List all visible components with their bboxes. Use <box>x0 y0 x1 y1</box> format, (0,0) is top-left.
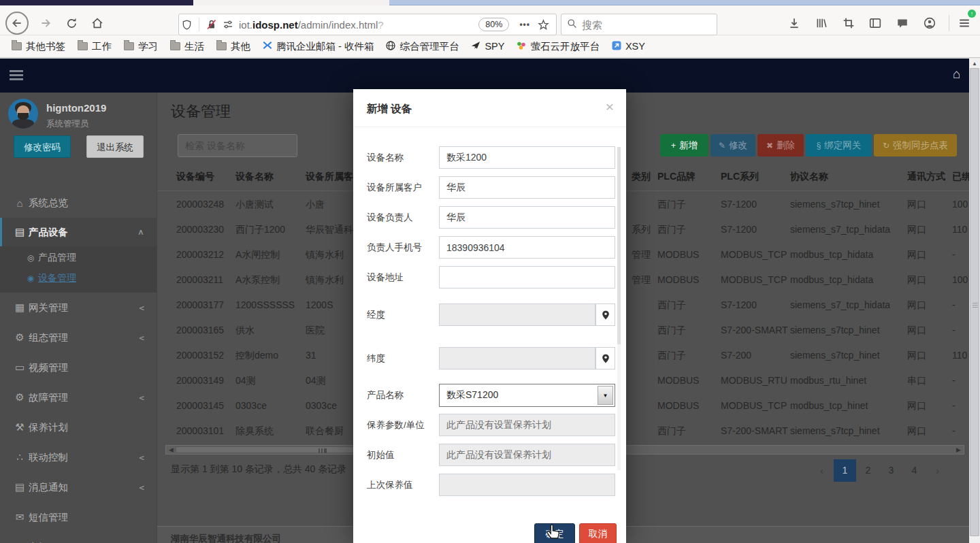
sidebar-item-空间管理[interactable]: ▦空间管理 <box>0 532 157 543</box>
cancel-button[interactable]: 取消 <box>579 523 617 543</box>
change-password-button[interactable]: 修改密码 <box>14 135 71 158</box>
删除-button[interactable]: ✖删除 <box>757 134 804 157</box>
初始值-field[interactable] <box>439 444 615 466</box>
bookmark-star-icon[interactable] <box>535 19 552 31</box>
bookmark-label: 其他书签 <box>26 40 65 53</box>
downloads-icon[interactable] <box>784 13 804 33</box>
column-header[interactable]: 协议名称 <box>790 171 904 183</box>
sidebar-item-保养计划[interactable]: ⚒保养计划 <box>0 412 157 442</box>
pagination-next[interactable]: › <box>926 459 949 482</box>
map-pin-button[interactable] <box>595 303 615 326</box>
bookmark-item[interactable]: SPY <box>466 38 509 54</box>
column-header[interactable]: 设备编号 <box>176 171 234 183</box>
sidebar-subitem-设备管理[interactable]: ◉设备管理 <box>0 268 157 289</box>
设备负责人-field[interactable] <box>439 206 615 229</box>
table-cell: MODBUS <box>657 274 717 285</box>
sidebar-item-短信管理[interactable]: ✉短信管理 <box>0 502 157 532</box>
logout-button[interactable]: 退出系统 <box>86 135 144 158</box>
table-cell: MODBUS_RTU <box>721 375 789 386</box>
url-bar[interactable]: iot.idosp.net/admin/index.html? 80% ••• <box>178 14 557 35</box>
map-pin-button[interactable] <box>595 347 615 369</box>
zoom-level-badge[interactable]: 80% <box>478 18 509 31</box>
设备名称-field[interactable] <box>439 146 615 169</box>
vertical-scrollbar-thumb[interactable] <box>970 68 979 536</box>
sidebar-item-组态管理[interactable]: ⚙组态管理< <box>0 323 157 352</box>
sidebar-item-产品设备[interactable]: ▤产品设备< <box>0 218 157 246</box>
column-header[interactable]: PLC系列 <box>721 171 789 183</box>
负责人手机号-field[interactable] <box>439 236 615 259</box>
pagination-page-4[interactable]: 4 <box>903 459 926 482</box>
经度-field[interactable] <box>439 303 595 326</box>
column-header[interactable]: 通讯方式 <box>907 171 949 183</box>
bookmark-item[interactable]: 工作 <box>73 37 116 56</box>
navbar-home-icon[interactable]: ⌂ <box>953 67 960 82</box>
设备地址-field[interactable] <box>439 266 615 289</box>
sidebar-item-消息通知[interactable]: ▤消息通知< <box>0 472 157 502</box>
sidebar-item-联动控制[interactable]: ∴联动控制< <box>0 442 157 472</box>
bookmark-item[interactable]: 学习 <box>119 37 163 56</box>
url-text[interactable]: iot.idosp.net/admin/index.html? <box>239 19 478 31</box>
bookmark-item[interactable]: 综合管理平台 <box>381 37 463 56</box>
back-button[interactable] <box>5 12 29 35</box>
bookmark-label: 萤石云开放平台 <box>530 40 600 53</box>
sidebar-subitem-产品管理[interactable]: ◎产品管理 <box>0 248 157 268</box>
dropdown-arrow-icon[interactable]: ▼ <box>598 386 613 405</box>
bookmark-item[interactable]: XSY <box>607 38 650 55</box>
bookmark-item[interactable]: 腾讯企业邮箱 - 收件箱 <box>258 37 378 56</box>
设备所属客户-field[interactable] <box>439 176 615 199</box>
field-label: 纬度 <box>367 347 438 369</box>
column-header[interactable]: 设备名称 <box>235 171 304 183</box>
screenshot-icon[interactable] <box>838 13 859 33</box>
close-icon[interactable]: × <box>606 99 614 115</box>
修改-button[interactable]: ✎修改 <box>710 134 755 157</box>
pagination-page-3[interactable]: 3 <box>880 459 902 482</box>
bookmark-item[interactable]: 其他 <box>212 37 255 56</box>
sidebar-item-label: 消息通知 <box>29 481 68 494</box>
新增-button[interactable]: +新增 <box>660 134 708 157</box>
action-label: 新增 <box>679 139 698 152</box>
library-icon[interactable] <box>811 13 832 33</box>
bookmark-item[interactable]: 生活 <box>165 37 209 56</box>
insecure-lock-icon[interactable] <box>203 19 220 30</box>
产品名称-select[interactable]: 数采S71200▼ <box>439 384 615 407</box>
bookmark-item[interactable]: 其他书签 <box>7 37 70 56</box>
browser-search-box[interactable] <box>561 14 717 35</box>
forward-button[interactable] <box>34 12 57 35</box>
permissions-icon[interactable] <box>220 19 236 30</box>
scroll-up-arrow-icon[interactable]: ▲ <box>969 61 980 67</box>
chevron-down-icon: < <box>137 229 147 235</box>
reload-button[interactable] <box>60 12 83 35</box>
table-cell: 200003212 <box>176 249 234 260</box>
account-icon[interactable] <box>919 13 940 33</box>
bookmark-item[interactable]: 萤石云开放平台 <box>512 37 604 56</box>
table-search-input[interactable] <box>178 134 297 157</box>
sidebar-item-系统总览[interactable]: ⌂系统总览 <box>0 188 157 218</box>
column-header[interactable]: PLC品牌 <box>657 171 717 183</box>
sidebar-item-网关管理[interactable]: ▦网关管理< <box>0 293 157 323</box>
绑定网关-button[interactable]: §绑定网关 <box>806 134 872 157</box>
modal-title: 新增 设备 <box>367 102 412 116</box>
page-actions-dots-icon[interactable]: ••• <box>514 20 535 29</box>
纬度-field[interactable] <box>439 347 595 369</box>
sidebar-collapse-icon[interactable] <box>10 70 23 82</box>
envelope-icon: ✉ <box>11 511 29 523</box>
home-button[interactable] <box>86 12 109 35</box>
sidebar-item-视频管理[interactable]: ▭视频管理 <box>0 352 157 382</box>
sidebar-item-故障管理[interactable]: ⚙故障管理< <box>0 382 157 412</box>
pagination-prev[interactable]: ‹ <box>811 459 833 482</box>
scroll-right-arrow-icon[interactable]: ▶ <box>956 446 961 453</box>
scroll-left-arrow-icon[interactable]: ◀ <box>169 446 174 453</box>
messages-icon[interactable] <box>892 13 913 33</box>
pagination-page-2[interactable]: 2 <box>857 459 879 482</box>
保养参数/单位-field[interactable] <box>439 414 615 436</box>
强制同步点表-button[interactable]: ↻强制同步点表 <box>874 134 957 157</box>
browser-search-input[interactable] <box>582 19 691 31</box>
sidebar-toggle-icon[interactable] <box>865 13 885 33</box>
browser-vertical-scrollbar[interactable]: ▲ <box>969 59 980 543</box>
上次保养值-field[interactable] <box>439 474 615 496</box>
sidebar-item-label: 产品设备 <box>29 226 68 239</box>
plus-icon: + <box>671 141 676 150</box>
tracking-shield-icon[interactable] <box>179 20 195 30</box>
modal-scrollbar[interactable] <box>617 147 621 470</box>
pagination-page-1[interactable]: 1 <box>834 459 856 482</box>
